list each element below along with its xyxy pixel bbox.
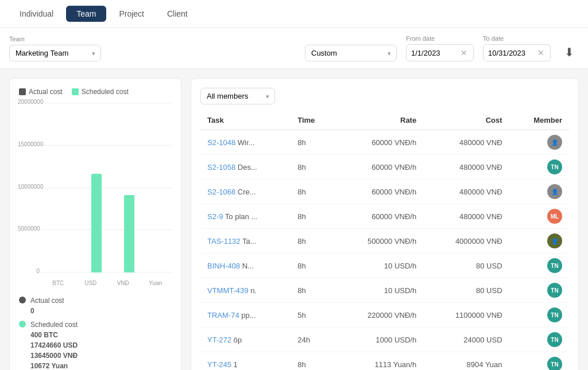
task-name: Cre...: [238, 188, 256, 196]
bar-vnd-scheduled: [124, 195, 134, 272]
avatar: 👤: [547, 233, 562, 248]
task-cell: TRAM-74 pp...: [200, 303, 291, 328]
bottom-actual-label: Actual cost: [30, 297, 64, 305]
avatar: TN: [547, 307, 562, 322]
task-name: Wir...: [238, 138, 255, 147]
x-label-btc: BTC: [47, 280, 69, 286]
table-row: TAS-1132 Ta... 8h 500000 VNĐ/h 4000000 V…: [200, 229, 569, 254]
time-cell: 8h: [291, 278, 334, 303]
time-cell: 5h: [291, 303, 334, 328]
legend-scheduled: Scheduled cost: [72, 88, 129, 96]
table-row: S2-1048 Wir... 8h 60000 VNĐ/h 480000 VNĐ…: [200, 130, 569, 155]
cost-cell: 480000 VNĐ: [423, 155, 509, 180]
members-filter-select[interactable]: All members: [200, 88, 275, 104]
rate-cell: 220000 VNĐ/h: [335, 303, 423, 328]
table-row: S2-9 To plan ... 8h 60000 VNĐ/h 480000 V…: [200, 204, 569, 229]
task-id[interactable]: S2-9: [207, 212, 223, 221]
bar-group-usd: [79, 174, 102, 272]
download-button[interactable]: ⬇: [560, 43, 579, 61]
tasks-table: Task Time Rate Cost Member S2-1048 Wir..…: [200, 111, 569, 370]
member-cell: 👤: [509, 180, 569, 204]
member-cell: TN: [509, 352, 569, 371]
task-id[interactable]: VTMMT-439: [207, 286, 249, 295]
rate-cell: 1113 Yuan/h: [335, 352, 423, 371]
cost-cell: 4000000 VNĐ: [423, 229, 509, 254]
team-select-wrapper: Marketing Team: [9, 45, 101, 61]
tab-client[interactable]: Client: [157, 6, 198, 22]
period-select-wrapper: Custom: [305, 45, 397, 61]
to-date-wrapper: ✕: [483, 44, 551, 61]
rate-cell: 60000 VNĐ/h: [335, 155, 423, 180]
table-row: TRAM-74 pp... 5h 220000 VNĐ/h 1100000 VN…: [200, 303, 569, 328]
x-label-vnd: VNĐ: [111, 280, 134, 286]
member-cell: TN: [509, 254, 569, 278]
tab-individual[interactable]: Individual: [9, 6, 64, 22]
period-field-group: Custom: [305, 45, 397, 61]
team-label: Team: [9, 36, 101, 42]
table-row: VTMMT-439 n. 8h 10 USD/h 80 USD TN: [200, 278, 569, 303]
cost-cell: 480000 VNĐ: [423, 180, 509, 204]
avatar: TN: [547, 258, 562, 273]
task-id[interactable]: S2-1058: [207, 163, 235, 172]
task-id[interactable]: BINH-408: [207, 262, 240, 270]
x-axis-labels: BTC USD VNĐ Yuan: [42, 280, 172, 286]
task-id[interactable]: TRAM-74: [207, 311, 239, 320]
rate-cell: 60000 VNĐ/h: [335, 204, 423, 229]
task-id[interactable]: TAS-1132: [207, 237, 241, 246]
time-cell: 24h: [291, 328, 334, 352]
col-cost: Cost: [423, 111, 509, 130]
member-cell: TN: [509, 328, 569, 352]
cost-cell: 24000 USD: [423, 328, 509, 352]
task-name: Des...: [238, 163, 257, 172]
task-name: pp...: [241, 311, 256, 320]
bar-group-vnd: [112, 195, 134, 272]
rate-cell: 500000 VNĐ/h: [335, 229, 423, 254]
cost-cell: 80 USD: [423, 278, 509, 303]
team-select[interactable]: Marketing Team: [9, 45, 101, 61]
bottom-scheduled-usd: 17424660 USD: [30, 341, 78, 349]
task-cell: S2-1048 Wir...: [200, 130, 291, 155]
time-cell: 8h: [291, 204, 334, 229]
cost-cell: 80 USD: [423, 254, 509, 278]
avatar: 👤: [547, 184, 562, 199]
task-name: n.: [250, 286, 257, 295]
task-name: 1: [234, 360, 238, 369]
cost-cell: 1100000 VNĐ: [423, 303, 509, 328]
members-filter-wrapper: All members: [200, 88, 275, 104]
period-select[interactable]: Custom: [305, 45, 397, 61]
chart-area: 20000000 15000000 10000000 5000000 0: [19, 103, 172, 286]
avatar: TN: [547, 332, 562, 347]
time-cell: 8h: [291, 229, 334, 254]
tab-team[interactable]: Team: [66, 6, 106, 22]
member-cell: TN: [509, 278, 569, 303]
from-date-clear[interactable]: ✕: [459, 48, 469, 57]
from-date-label: From date: [406, 35, 474, 42]
to-date-input[interactable]: [488, 49, 534, 57]
rate-cell: 60000 VNĐ/h: [335, 130, 423, 155]
to-date-clear[interactable]: ✕: [536, 48, 546, 57]
top-navigation: Individual Team Project Client: [0, 0, 588, 28]
rate-cell: 60000 VNĐ/h: [335, 180, 423, 204]
avatar: TN: [547, 357, 562, 370]
member-cell: 👤: [509, 130, 569, 155]
bottom-scheduled-dot: [19, 321, 26, 328]
task-id[interactable]: S2-1048: [207, 138, 235, 147]
task-id[interactable]: S2-1068: [207, 188, 235, 196]
bottom-scheduled-label: Scheduled cost: [30, 321, 78, 329]
task-id[interactable]: YT-272: [207, 336, 231, 344]
tab-project[interactable]: Project: [109, 6, 154, 22]
time-cell: 8h: [291, 155, 334, 180]
task-cell: TAS-1132 Ta...: [200, 229, 291, 254]
task-id[interactable]: YT-245: [207, 360, 231, 369]
col-task: Task: [200, 111, 291, 130]
from-date-input[interactable]: [411, 49, 457, 57]
member-cell: ML: [509, 204, 569, 229]
bottom-scheduled-vnd: 13645000 VNĐ: [30, 352, 78, 360]
time-cell: 8h: [291, 180, 334, 204]
time-cell: 8h: [291, 352, 334, 371]
bar-usd-scheduled: [91, 174, 102, 272]
task-cell: S2-9 To plan ...: [200, 204, 291, 229]
avatar: TN: [547, 159, 562, 174]
to-date-group: To date ✕: [483, 35, 551, 61]
member-cell: 👤: [509, 229, 569, 254]
